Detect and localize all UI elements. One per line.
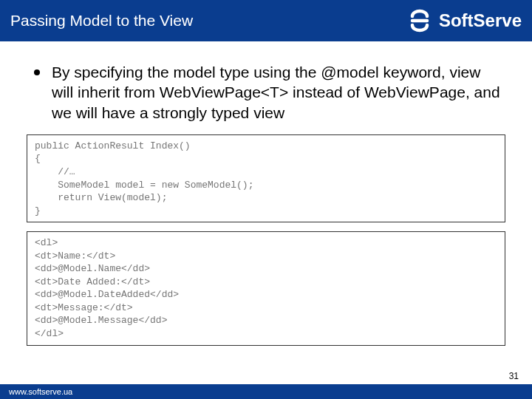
bullet-text: By specifying the model type using the @… [52,62,505,123]
slide-footer: www.softserve.ua [0,384,532,399]
brand: SoftServe [406,7,522,34]
slide-content: By specifying the model type using the @… [0,41,532,346]
brand-text: SoftServe [439,10,522,31]
bullet-item: By specifying the model type using the @… [27,62,505,123]
code-block-view: <dl> <dt>Name:</dt> <dd>@Model.Name</dd>… [27,231,505,345]
page-number: 31 [509,371,519,381]
slide-title: Passing Model to the View [10,12,193,30]
softserve-logo-icon [406,7,433,34]
bullet-dot-icon [34,69,40,75]
footer-url: www.softserve.ua [9,387,72,396]
slide-header: Passing Model to the View SoftServe [0,0,532,41]
code-block-controller: public ActionResult Index() { //… SomeMo… [27,134,505,222]
